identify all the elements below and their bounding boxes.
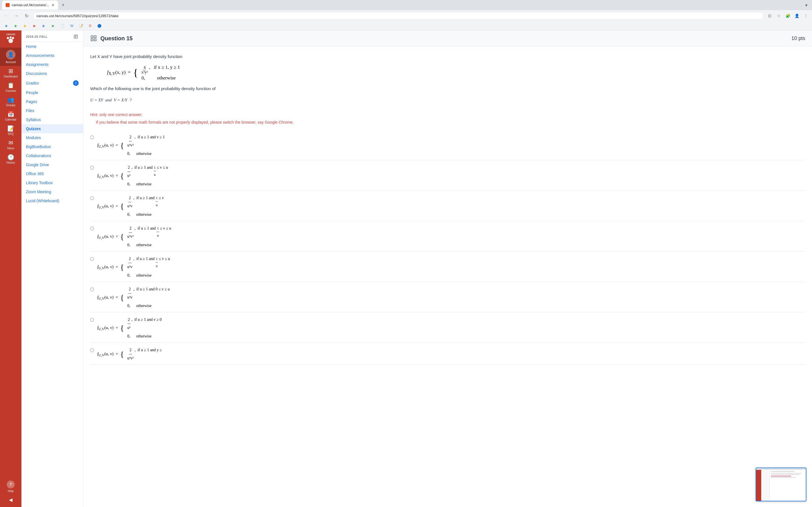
sidebar-item-announcements-label: Announcements [26,53,54,58]
question-title: Question 15 [100,35,133,42]
sidebar-item-zoom-meeting[interactable]: Zoom Meeting [21,187,83,196]
bookmark-item[interactable]: ★ [11,22,20,29]
svg-rect-6 [91,39,93,41]
radio-option-d[interactable] [90,227,94,230]
canvas-navigation: canvas 👤 Account ⊞ Dashboard 📋 Courses 👥… [0,31,21,507]
history-icon: 🕐 [7,154,14,160]
menu-button[interactable]: ⋮ [802,12,810,20]
sidebar-item-syllabus[interactable]: Syllabus [21,115,83,124]
bookmark-item[interactable]: 📝 [77,23,86,29]
course-sidebar: 2024-25 FALL Home Announcements [21,31,84,507]
nav-item-dashboard[interactable]: ⊞ Dashboard [0,66,21,80]
nav-label-calendar: Calendar [5,118,17,121]
formula-option-e: fU,V(u, v) = { 2 u³v , if u ≥ 1 and 1u ≤… [97,255,170,279]
courses-icon: 📋 [7,82,14,88]
sidebar-item-office365[interactable]: Office 365 [21,169,83,178]
tab-menu-button[interactable]: ▾ [803,2,810,8]
nav-item-calendar[interactable]: 📅 Calendar [0,109,21,123]
sidebar-item-home-label: Home [26,44,36,49]
main-formula: fX,Y(x, y) = { 4 x³y² , if x ≥ 1, y ≥ 1 … [107,64,805,81]
sidebar-item-office365-label: Office 365 [26,172,44,176]
sidebar-item-bigbluebutton[interactable]: BigBlueButton [21,142,83,151]
nav-label-sfq: SFQ [8,132,14,135]
sidebar-item-home[interactable]: Home [21,42,83,51]
extensions-button[interactable]: 🧩 [784,12,792,20]
nav-label-dashboard: Dashboard [4,75,18,78]
sidebar-item-pages[interactable]: Pages [21,97,83,106]
sidebar-item-lucid-label: Lucid (Whiteboard) [26,199,59,203]
url-bar[interactable]: canvas.ust.hk/courses/59572/quizzes/1285… [33,12,763,20]
forward-button[interactable]: → [12,12,20,20]
todo-icon [73,34,78,39]
radio-option-c[interactable] [90,196,94,200]
screen-capture-button[interactable]: ⊡ [766,12,774,20]
radio-option-h[interactable] [90,348,94,352]
profile-button[interactable]: 👤 [793,12,801,20]
nav-label-history: History [6,161,15,164]
radio-option-a[interactable] [90,135,94,139]
todo-toggle-button[interactable] [73,34,79,40]
nav-item-sfq[interactable]: 📝 SFQ [0,123,21,138]
bookmark-item[interactable]: ★ [30,22,38,29]
formula-option-d: fU,V(u, v) = { 2 u³v² , if u ≥ 1 and 1u … [97,224,171,249]
nav-item-inbox[interactable]: ✉ Inbox [0,138,21,152]
bookmark-item[interactable]: W [68,23,75,29]
sidebar-item-grades-label: Grades [26,81,39,86]
expand-icon[interactable] [90,35,97,42]
bookmark-item[interactable]: ★ [40,22,48,29]
answer-option-a: fU,V(u, v) = { 2 u³v² , if u ≥ 1 and v ≥… [90,131,805,160]
answer-option-b: fU,V(u, v) = { 2 u³ , if u ≥ 1 and 1u ≤ … [90,161,805,191]
bookmark-item[interactable]: ★ [2,22,10,29]
active-tab[interactable]: canvas.ust.hk/courses/... ✕ [2,1,58,10]
sidebar-item-collaborations-label: Collaborations [26,154,51,158]
nav-item-courses[interactable]: 📋 Courses [0,80,21,95]
radio-option-b[interactable] [90,166,94,170]
svg-rect-4 [91,36,93,38]
semester-label: 2024-25 FALL [26,35,48,38]
collapse-nav-button[interactable]: ◀ [6,495,16,505]
sidebar-item-discussions[interactable]: Discussions [21,69,83,78]
bookmark-item[interactable]: 📄 [58,23,67,29]
reload-button[interactable]: ↻ [22,12,31,20]
sidebar-item-lucid[interactable]: Lucid (Whiteboard) [21,196,83,205]
bottom-nav-area: ? Help ◀ [6,478,16,505]
radio-option-e[interactable] [90,257,94,261]
radio-option-f[interactable] [90,288,94,291]
sidebar-item-people[interactable]: People [21,88,83,97]
question-points: 10 pts [792,36,805,41]
bookmark-item[interactable]: G [87,23,94,29]
sidebar-item-grades[interactable]: Grades 2 [21,78,83,88]
nav-item-groups[interactable]: 👥 Groups [0,95,21,109]
bookmark-button[interactable]: ☆ [775,12,783,20]
sidebar-item-files-label: Files [26,108,35,113]
tab-close-button[interactable]: ✕ [51,3,55,7]
nav-label-groups: Groups [6,104,15,107]
nav-item-account[interactable]: 👤 Account [0,48,21,66]
bookmark-item[interactable]: ★ [49,22,57,29]
sidebar-item-announcements[interactable]: Announcements [21,51,83,60]
sidebar-item-quizzes[interactable]: Quizzes [21,124,83,133]
bookmark-item[interactable]: 🔵 [95,23,104,29]
sidebar-item-assignments-label: Assignments [26,62,49,67]
sidebar-item-collaborations[interactable]: Collaborations [21,151,83,160]
canvas-logo[interactable]: canvas [6,33,16,47]
answer-option-g: fU,V(u, v) = { 2 u³ , if u ≥ 1 and v ≥ 0… [90,314,805,343]
account-avatar: 👤 [6,50,15,59]
answer-option-f: fU,V(u, v) = { 2 u³v , if u ≥ 1 and 0 ≤ … [90,283,805,313]
back-button[interactable]: ← [2,12,10,20]
sidebar-item-google-drive[interactable]: Google Drive [21,160,83,169]
formula-option-a: fU,V(u, v) = { 2 u³v² , if u ≥ 1 and v ≥… [97,133,165,158]
sidebar-item-library-toolbox[interactable]: Library Toolbox [21,178,83,187]
question-header: Question 15 10 pts [84,31,812,47]
sidebar-item-modules[interactable]: Modules [21,133,83,142]
radio-option-g[interactable] [90,318,94,322]
new-tab-button[interactable]: + [59,1,67,9]
nav-item-history[interactable]: 🕐 History [0,152,21,166]
nav-label-account: Account [6,61,16,64]
nav-label-inbox: Inbox [7,147,14,150]
sidebar-item-files[interactable]: Files [21,106,83,115]
bookmark-item[interactable]: ★ [21,22,29,29]
nav-item-help[interactable]: ? Help [6,478,16,495]
formula-option-h: fU,V(u, v) = { 2 u³v² , if u ≥ 1 and y ≥ [97,346,162,362]
sidebar-item-assignments[interactable]: Assignments [21,60,83,69]
